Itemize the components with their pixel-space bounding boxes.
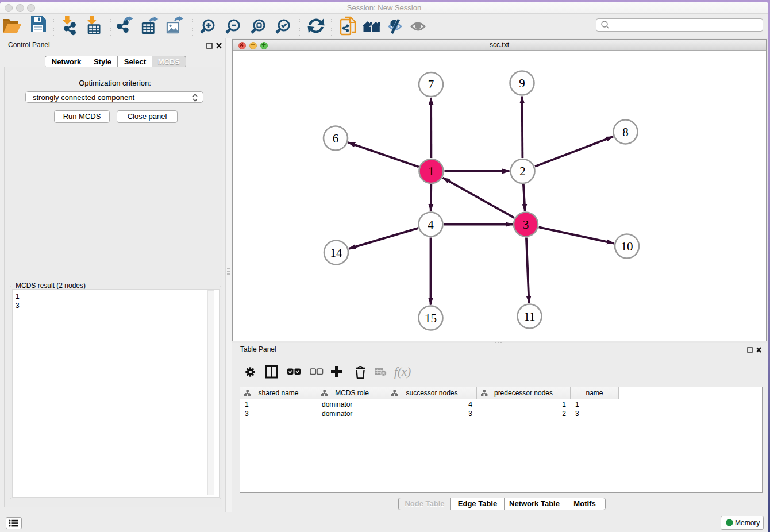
svg-text:15: 15 bbox=[425, 311, 437, 325]
svg-text:f(x): f(x) bbox=[394, 365, 411, 379]
svg-text:9: 9 bbox=[519, 76, 525, 90]
svg-text:2: 2 bbox=[519, 164, 526, 178]
svg-text:3: 3 bbox=[523, 218, 529, 232]
svg-text:6: 6 bbox=[333, 132, 339, 145]
svg-text:11: 11 bbox=[523, 310, 535, 323]
svg-text:4: 4 bbox=[428, 218, 434, 232]
svg-text:1: 1 bbox=[428, 164, 434, 178]
svg-text:8: 8 bbox=[622, 125, 629, 139]
svg-text:14: 14 bbox=[330, 246, 343, 260]
svg-text:7: 7 bbox=[428, 78, 434, 91]
svg-text:10: 10 bbox=[621, 240, 633, 253]
